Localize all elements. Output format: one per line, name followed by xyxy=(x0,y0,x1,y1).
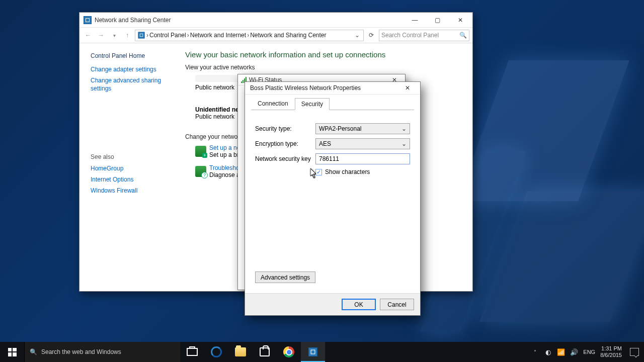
props-security-panel: Security type: WPA2-Personal ⌄ Encryptio… xyxy=(245,110,420,293)
taskbar-date: 8/6/2015 xyxy=(600,352,622,358)
sidebar-home-link[interactable]: Control Panel Home xyxy=(91,52,170,59)
system-tray: ˄ ◐ 📶 🔊 ENG 1:31 PM 8/6/2015 xyxy=(526,345,644,358)
control-panel-taskbar-button[interactable] xyxy=(301,342,325,362)
props-tabs: Connection Security xyxy=(245,95,420,110)
tray-overflow-icon[interactable]: ˄ xyxy=(531,348,539,356)
refresh-icon[interactable]: ⟳ xyxy=(366,30,377,41)
encryption-type-select[interactable]: AES ⌄ xyxy=(315,138,410,149)
taskbar-time: 1:31 PM xyxy=(600,345,622,352)
ok-button[interactable]: OK xyxy=(342,299,376,310)
chrome-taskbar-button[interactable] xyxy=(277,342,301,362)
cp-title-bar[interactable]: Network and Sharing Center — ▢ ✕ xyxy=(79,13,472,28)
chevron-down-icon[interactable]: ⌄ xyxy=(353,32,361,39)
cp-sidebar: Control Panel Home Change adapter settin… xyxy=(79,43,175,291)
security-type-value: WPA2-Personal xyxy=(319,125,361,132)
encryption-type-label: Encryption type: xyxy=(255,140,315,147)
taskbar: 🔍 Search the web and Windows ˄ ◐ 📶 🔊 ENG… xyxy=(0,342,644,362)
cancel-button[interactable]: Cancel xyxy=(380,299,414,310)
props-title: Boss Plastic Wireless Network Properties xyxy=(250,84,361,92)
close-button[interactable]: ✕ xyxy=(449,13,471,27)
nav-forward-icon[interactable]: → xyxy=(96,30,107,41)
edge-taskbar-button[interactable] xyxy=(204,342,228,362)
chrome-icon xyxy=(283,346,294,357)
chevron-right-icon[interactable]: › xyxy=(247,32,249,39)
tab-security[interactable]: Security xyxy=(295,98,330,110)
see-also-firewall-link[interactable]: Windows Firewall xyxy=(91,187,170,195)
see-also-label: See also xyxy=(91,153,170,160)
breadcrumb-item[interactable]: Network and Internet xyxy=(190,32,246,39)
active-networks-label: View your active networks xyxy=(185,64,462,71)
windows-logo-icon xyxy=(8,348,17,356)
store-icon xyxy=(260,347,270,356)
chevron-right-icon[interactable]: › xyxy=(187,32,189,39)
tray-volume-icon[interactable]: 🔊 xyxy=(570,348,578,356)
show-characters-checkbox[interactable] xyxy=(315,169,322,175)
cp-nav-bar: ← → ▾ ↑ › Control Panel › Network and In… xyxy=(79,28,472,43)
see-also-section: See also HomeGroup Internet Options Wind… xyxy=(91,153,170,195)
breadcrumb[interactable]: › Control Panel › Network and Internet ›… xyxy=(135,30,364,41)
breadcrumb-item[interactable]: Control Panel xyxy=(149,32,186,39)
show-characters-label[interactable]: Show characters xyxy=(325,168,370,175)
tray-language-indicator[interactable]: ENG xyxy=(583,349,595,355)
taskbar-search-placeholder: Search the web and Windows xyxy=(41,348,121,355)
maximize-button[interactable]: ▢ xyxy=(426,13,449,27)
cp-window-title: Network and Sharing Center xyxy=(95,17,171,24)
minimize-button[interactable]: — xyxy=(404,13,426,27)
tab-connection[interactable]: Connection xyxy=(251,98,295,110)
action-center-icon[interactable] xyxy=(630,348,639,356)
tray-network-icon[interactable]: 📶 xyxy=(557,348,565,356)
nav-up-icon[interactable]: ↑ xyxy=(122,30,133,41)
security-type-select[interactable]: WPA2-Personal ⌄ xyxy=(315,123,410,134)
control-panel-icon xyxy=(84,16,92,24)
search-icon: 🔍 xyxy=(30,348,37,355)
chevron-down-icon: ⌄ xyxy=(401,140,407,147)
nav-back-icon[interactable]: ← xyxy=(83,30,94,41)
troubleshoot-icon xyxy=(195,166,206,177)
dialog-button-bar: OK Cancel xyxy=(245,293,420,315)
search-icon[interactable]: 🔍 xyxy=(459,32,467,39)
network-key-value: 786111 xyxy=(319,155,339,162)
recent-locations-icon[interactable]: ▾ xyxy=(109,30,120,41)
page-heading: View your basic network information and … xyxy=(185,50,462,59)
network-key-input[interactable]: 786111 xyxy=(315,153,410,164)
sidebar-advanced-sharing-link[interactable]: Change advanced sharing settings xyxy=(91,76,170,93)
encryption-type-value: AES xyxy=(319,140,331,147)
tray-app-icon[interactable]: ◐ xyxy=(544,348,552,356)
control-panel-taskbar-icon xyxy=(307,346,319,358)
props-close-button[interactable]: ✕ xyxy=(398,82,417,94)
security-type-label: Security type: xyxy=(255,125,315,132)
taskbar-clock[interactable]: 1:31 PM 8/6/2015 xyxy=(600,345,622,358)
task-view-icon xyxy=(187,348,198,356)
props-title-bar[interactable]: Boss Plastic Wireless Network Properties… xyxy=(245,82,420,95)
start-button[interactable] xyxy=(0,342,24,362)
chevron-right-icon[interactable]: › xyxy=(146,32,148,39)
chevron-down-icon: ⌄ xyxy=(401,125,407,132)
see-also-internet-options-link[interactable]: Internet Options xyxy=(91,175,170,184)
folder-icon xyxy=(235,347,246,356)
taskbar-search-input[interactable]: 🔍 Search the web and Windows xyxy=(24,342,180,362)
search-input[interactable]: Search Control Panel 🔍 xyxy=(379,30,469,41)
sidebar-change-adapter-link[interactable]: Change adapter settings xyxy=(91,65,170,73)
breadcrumb-root-icon[interactable] xyxy=(137,31,145,39)
advanced-settings-button[interactable]: Advanced settings xyxy=(255,272,315,283)
breadcrumb-item[interactable]: Network and Sharing Center xyxy=(250,32,326,39)
file-explorer-taskbar-button[interactable] xyxy=(228,342,253,362)
task-view-button[interactable] xyxy=(180,342,204,362)
network-properties-dialog: Boss Plastic Wireless Network Properties… xyxy=(245,81,421,316)
search-placeholder: Search Control Panel xyxy=(381,32,459,39)
store-taskbar-button[interactable] xyxy=(253,342,277,362)
see-also-homegroup-link[interactable]: HomeGroup xyxy=(91,164,170,172)
setup-connection-icon xyxy=(195,146,206,157)
network-key-label: Network security key xyxy=(255,155,315,162)
edge-icon xyxy=(211,346,222,357)
